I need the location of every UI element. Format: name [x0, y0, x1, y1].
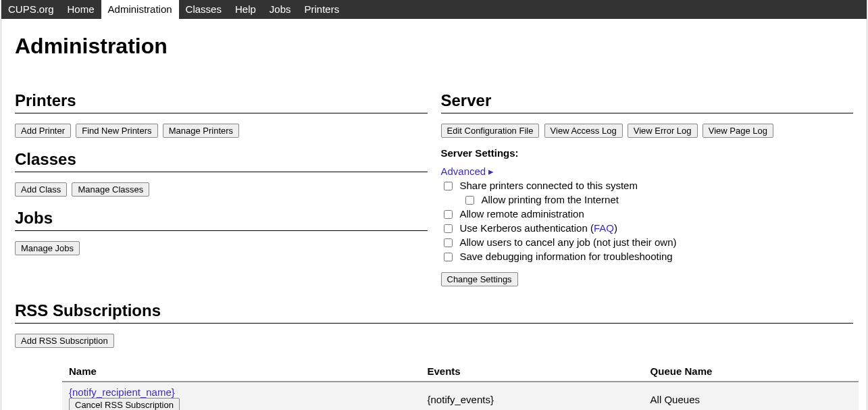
table-row: {notify_recipient_name} Cancel RSS Subsc…	[62, 382, 859, 410]
share-printers-checkbox[interactable]	[444, 182, 453, 190]
rss-col-name: Name	[62, 361, 421, 382]
add-printer-button[interactable]: Add Printer	[15, 124, 71, 138]
nav-printers[interactable]: Printers	[298, 0, 347, 19]
rss-name-link[interactable]: {notify_recipient_name}	[69, 386, 175, 398]
share-printers-label: Share printers connected to this system	[460, 180, 638, 191]
page-title: Administration	[15, 34, 853, 59]
top-navbar: CUPS.org Home Administration Classes Hel…	[1, 0, 867, 19]
debug-label: Save debugging information for troublesh…	[460, 251, 673, 262]
cancel-rss-subscription-button[interactable]: Cancel RSS Subscription	[69, 398, 180, 410]
manage-printers-button[interactable]: Manage Printers	[163, 124, 239, 138]
faq-link[interactable]: FAQ	[594, 222, 614, 234]
find-new-printers-button[interactable]: Find New Printers	[76, 124, 157, 138]
classes-heading: Classes	[15, 150, 428, 172]
manage-classes-button[interactable]: Manage Classes	[72, 182, 149, 197]
server-heading: Server	[441, 91, 854, 113]
advanced-link[interactable]: Advanced	[441, 165, 486, 177]
view-page-log-button[interactable]: View Page Log	[703, 124, 773, 138]
nav-administration[interactable]: Administration	[101, 0, 179, 19]
cancel-any-label: Allow users to cancel any job (not just …	[460, 236, 677, 248]
rss-events-cell: {notify_events}	[421, 382, 644, 410]
jobs-heading: Jobs	[15, 209, 428, 231]
view-error-log-button[interactable]: View Error Log	[628, 124, 698, 138]
triangle-right-icon: ▸	[488, 165, 494, 177]
server-settings-list: Share printers connected to this system …	[441, 179, 854, 264]
server-settings-label: Server Settings:	[441, 147, 854, 159]
nav-classes[interactable]: Classes	[179, 0, 228, 19]
allow-remote-label: Allow remote administration	[460, 208, 584, 220]
add-rss-subscription-button[interactable]: Add RSS Subscription	[15, 334, 114, 348]
nav-help[interactable]: Help	[228, 0, 263, 19]
change-settings-button[interactable]: Change Settings	[441, 272, 518, 286]
edit-config-button[interactable]: Edit Configuration File	[441, 124, 540, 138]
nav-home[interactable]: Home	[61, 0, 101, 19]
rss-table: Name Events Queue Name {notify_recipient…	[62, 361, 859, 410]
allow-remote-checkbox[interactable]	[444, 210, 453, 219]
nav-brand[interactable]: CUPS.org	[1, 0, 61, 19]
kerberos-checkbox[interactable]	[444, 224, 453, 233]
rss-heading: RSS Subscriptions	[15, 301, 853, 324]
right-column: Server Edit Configuration File View Acce…	[441, 79, 854, 286]
cancel-any-checkbox[interactable]	[444, 238, 453, 247]
allow-internet-label: Allow printing from the Internet	[482, 194, 619, 205]
allow-internet-checkbox[interactable]	[465, 196, 474, 205]
left-column: Printers Add Printer Find New Printers M…	[15, 79, 428, 286]
kerberos-label: Use Kerberos authentication (FAQ)	[460, 222, 617, 234]
rss-col-queue: Queue Name	[644, 361, 859, 382]
rss-col-events: Events	[421, 361, 644, 382]
add-class-button[interactable]: Add Class	[15, 182, 67, 197]
view-access-log-button[interactable]: View Access Log	[544, 124, 623, 138]
printers-heading: Printers	[15, 91, 428, 113]
manage-jobs-button[interactable]: Manage Jobs	[15, 241, 80, 255]
nav-jobs[interactable]: Jobs	[263, 0, 298, 19]
rss-queue-cell: All Queues	[644, 382, 859, 410]
debug-checkbox[interactable]	[444, 253, 453, 261]
